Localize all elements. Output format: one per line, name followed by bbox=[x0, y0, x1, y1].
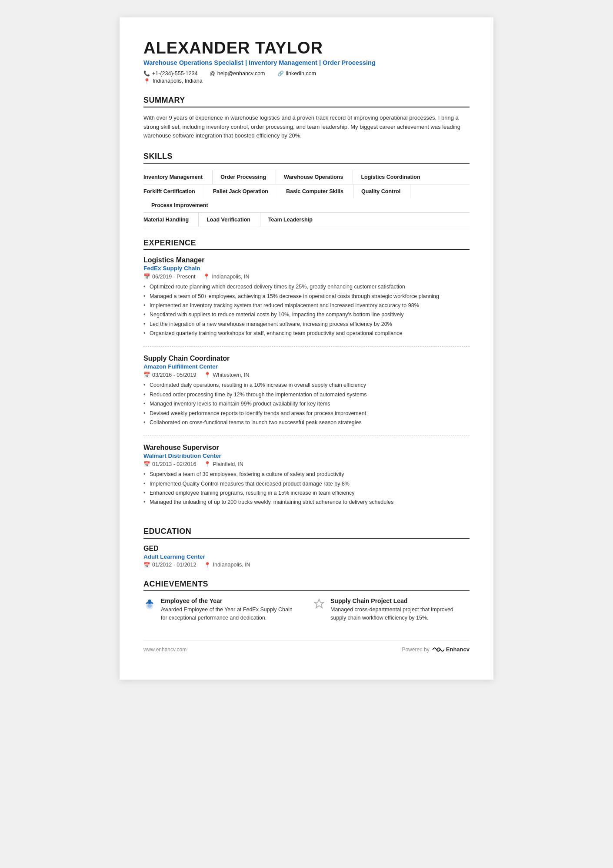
skill-material-handling: Material Handling bbox=[143, 213, 199, 227]
location-icon: 📍 bbox=[143, 78, 150, 84]
experience-section: EXPERIENCE Logistics Manager FedEx Suppl… bbox=[143, 238, 470, 516]
enhancv-logo: Enhancv bbox=[432, 646, 470, 654]
skill-forklift-certification: Forklift Certification bbox=[143, 184, 205, 198]
job-title-1: Logistics Manager bbox=[143, 256, 470, 264]
bullet-1-6: Organized quarterly training workshops f… bbox=[143, 329, 470, 338]
bullet-3-4: Managed the unloading of up to 200 truck… bbox=[143, 498, 470, 506]
location-row: 📍 Indianapolis, Indiana bbox=[143, 78, 470, 84]
skills-row-1: Inventory Management Order Processing Wa… bbox=[143, 170, 470, 184]
exp-bullets-1: Optimized route planning which decreased… bbox=[143, 283, 470, 338]
skill-quality-control: Quality Control bbox=[353, 184, 410, 198]
svg-marker-3 bbox=[314, 599, 324, 608]
calendar-icon-2: 📅 bbox=[143, 372, 150, 378]
edu-date-1: 📅 01/2012 - 01/2012 bbox=[143, 562, 196, 568]
candidate-title: Warehouse Operations Specialist | Invent… bbox=[143, 59, 470, 66]
exp-meta-1: 📅 06/2019 - Present 📍 Indianapolis, IN bbox=[143, 273, 470, 280]
achievement-1: Employee of the Year Awarded Employee of… bbox=[143, 597, 300, 623]
bullet-3-3: Enhanced employee training programs, res… bbox=[143, 489, 470, 497]
skill-order-processing: Order Processing bbox=[213, 170, 276, 184]
exp-bullets-2: Coordinated daily operations, resulting … bbox=[143, 381, 470, 427]
email-icon: @ bbox=[210, 70, 215, 77]
bullet-1-4: Negotiated with suppliers to reduce mate… bbox=[143, 311, 470, 319]
summary-title: SUMMARY bbox=[143, 96, 470, 107]
exp-entry-2: Supply Chain Coordinator Amazon Fulfillm… bbox=[143, 355, 470, 436]
exp-entry-3: Warehouse Supervisor Walmart Distributio… bbox=[143, 444, 470, 516]
exp-location-1: 📍 Indianapolis, IN bbox=[203, 273, 249, 280]
skills-row-2: Forklift Certification Pallet Jack Opera… bbox=[143, 184, 470, 213]
calendar-icon-edu: 📅 bbox=[143, 562, 150, 568]
achievements-section: ACHIEVEMENTS Employee of the Year Awarde… bbox=[143, 580, 470, 623]
skill-inventory-management: Inventory Management bbox=[143, 170, 213, 184]
skills-row-3: Material Handling Load Verification Team… bbox=[143, 213, 470, 227]
resume-footer: www.enhancv.com Powered by Enhancv bbox=[143, 640, 470, 654]
exp-meta-2: 📅 03/2016 - 05/2019 📍 Whitestown, IN bbox=[143, 372, 470, 378]
calendar-icon-3: 📅 bbox=[143, 461, 150, 467]
bullet-1-1: Optimized route planning which decreased… bbox=[143, 283, 470, 291]
powered-by-label: Powered by bbox=[402, 647, 429, 653]
linkedin-value: linkedin.com bbox=[286, 70, 316, 77]
location-icon-3: 📍 bbox=[204, 461, 211, 467]
contact-row-1: 📞 +1-(234)-555-1234 @ help@enhancv.com 🔗… bbox=[143, 70, 470, 77]
resume-page: ALEXANDER TAYLOR Warehouse Operations Sp… bbox=[120, 17, 493, 680]
job-title-3: Warehouse Supervisor bbox=[143, 444, 470, 452]
svg-point-1 bbox=[147, 603, 152, 608]
skill-warehouse-operations: Warehouse Operations bbox=[276, 170, 353, 184]
exp-bullets-3: Supervised a team of 30 employees, foste… bbox=[143, 470, 470, 507]
enhancv-brand-name: Enhancv bbox=[446, 646, 470, 653]
skill-load-verification: Load Verification bbox=[199, 213, 260, 227]
location-icon-2: 📍 bbox=[204, 372, 211, 378]
bullet-2-1: Coordinated daily operations, resulting … bbox=[143, 381, 470, 389]
phone-icon: 📞 bbox=[143, 70, 150, 77]
achievement-2: Supply Chain Project Lead Managed cross-… bbox=[313, 597, 470, 623]
experience-title: EXPERIENCE bbox=[143, 238, 470, 250]
summary-text: With over 9 years of experience in wareh… bbox=[143, 114, 470, 141]
skill-team-leadership: Team Leadership bbox=[260, 213, 322, 227]
job-title-2: Supply Chain Coordinator bbox=[143, 355, 470, 362]
education-section: EDUCATION GED Adult Learning Center 📅 01… bbox=[143, 527, 470, 568]
company-3: Walmart Distribution Center bbox=[143, 452, 470, 459]
email-value: help@enhancv.com bbox=[217, 70, 265, 77]
footer-brand: Powered by Enhancv bbox=[402, 646, 470, 654]
exp-date-3: 📅 01/2013 - 02/2016 bbox=[143, 461, 196, 467]
skills-section: SKILLS Inventory Management Order Proces… bbox=[143, 152, 470, 227]
bullet-3-2: Implemented Quality Control measures tha… bbox=[143, 480, 470, 488]
location-icon-edu: 📍 bbox=[204, 562, 211, 568]
bullet-1-5: Led the integration of a new warehouse m… bbox=[143, 320, 470, 328]
exp-location-3: 📍 Plainfield, IN bbox=[204, 461, 243, 467]
bullet-1-2: Managed a team of 50+ employees, achievi… bbox=[143, 292, 470, 301]
calendar-icon-1: 📅 bbox=[143, 273, 150, 280]
achievement-1-desc: Awarded Employee of the Year at FedEx Su… bbox=[161, 606, 300, 623]
linkedin-contact: 🔗 linkedin.com bbox=[277, 70, 316, 77]
achievement-1-title: Employee of the Year bbox=[161, 597, 300, 604]
summary-section: SUMMARY With over 9 years of experience … bbox=[143, 96, 470, 141]
edu-degree-1: GED bbox=[143, 545, 470, 553]
achievement-1-content: Employee of the Year Awarded Employee of… bbox=[161, 597, 300, 623]
skill-pallet-jack: Pallet Jack Operation bbox=[205, 184, 278, 198]
edu-school-1: Adult Learning Center bbox=[143, 553, 470, 560]
location-value: Indianapolis, Indiana bbox=[153, 78, 203, 84]
company-2: Amazon Fulfillment Center bbox=[143, 363, 470, 370]
email-contact: @ help@enhancv.com bbox=[210, 70, 265, 77]
skills-title: SKILLS bbox=[143, 152, 470, 164]
header: ALEXANDER TAYLOR Warehouse Operations Sp… bbox=[143, 39, 470, 84]
skill-basic-computer: Basic Computer Skills bbox=[278, 184, 353, 198]
bullet-1-3: Implemented an inventory tracking system… bbox=[143, 302, 470, 310]
location-icon-1: 📍 bbox=[203, 273, 210, 280]
exp-location-2: 📍 Whitestown, IN bbox=[204, 372, 249, 378]
exp-date-1: 📅 06/2019 - Present bbox=[143, 273, 195, 280]
phone-value: +1-(234)-555-1234 bbox=[152, 70, 198, 77]
skills-grid: Inventory Management Order Processing Wa… bbox=[143, 170, 470, 227]
candidate-name: ALEXANDER TAYLOR bbox=[143, 39, 470, 57]
bullet-2-2: Reduced order processing time by 12% thr… bbox=[143, 391, 470, 399]
achievement-2-title: Supply Chain Project Lead bbox=[330, 597, 470, 604]
achievement-2-content: Supply Chain Project Lead Managed cross-… bbox=[330, 597, 470, 623]
link-icon: 🔗 bbox=[277, 70, 284, 77]
edu-entry-1: GED Adult Learning Center 📅 01/2012 - 01… bbox=[143, 545, 470, 568]
achievement-2-desc: Managed cross-departmental project that … bbox=[330, 606, 470, 623]
exp-date-2: 📅 03/2016 - 05/2019 bbox=[143, 372, 196, 378]
company-1: FedEx Supply Chain bbox=[143, 265, 470, 271]
svg-rect-2 bbox=[148, 600, 151, 604]
edu-meta-1: 📅 01/2012 - 01/2012 📍 Indianapolis, IN bbox=[143, 562, 470, 568]
bullet-2-3: Managed inventory levels to maintain 99%… bbox=[143, 400, 470, 408]
exp-entry-1: Logistics Manager FedEx Supply Chain 📅 0… bbox=[143, 256, 470, 347]
